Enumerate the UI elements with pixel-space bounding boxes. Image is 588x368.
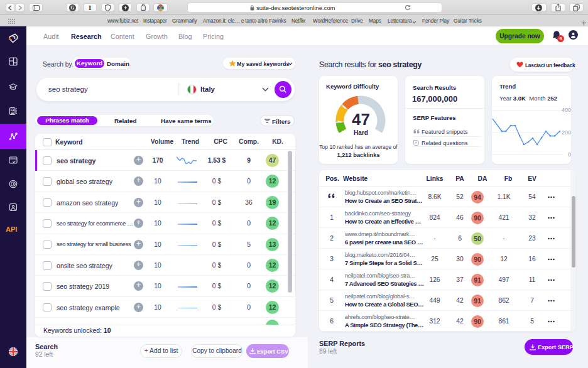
svg-text:G: G bbox=[71, 5, 75, 11]
